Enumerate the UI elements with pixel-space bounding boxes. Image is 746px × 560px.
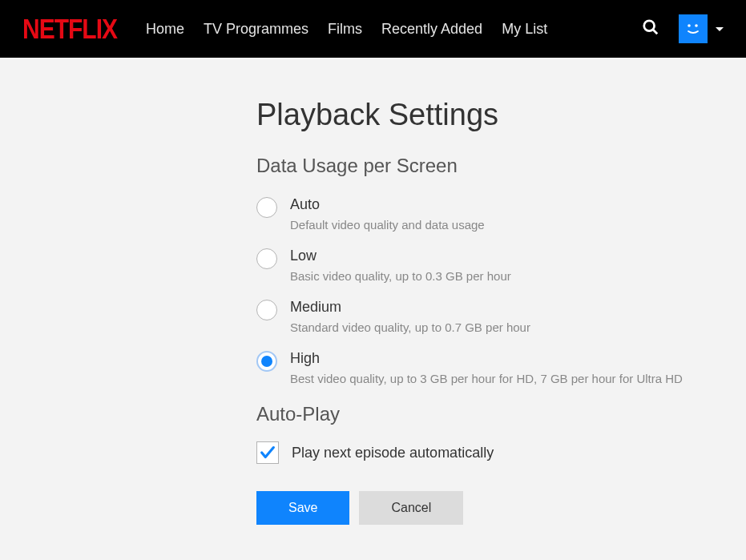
main-content: Playback Settings Data Usage per Screen … — [0, 58, 746, 525]
netflix-logo[interactable]: NETFLIX — [22, 13, 117, 44]
radio-option-high[interactable]: High Best video quality, up to 3 GB per … — [256, 350, 746, 385]
search-icon[interactable] — [642, 18, 659, 39]
button-row: Save Cancel — [256, 491, 746, 525]
radio-icon — [256, 248, 277, 269]
radio-label: High — [290, 350, 683, 367]
svg-point-3 — [695, 24, 698, 27]
radio-content: Medium Standard video quality, up to 0.7… — [290, 299, 530, 334]
nav-tv-programmes[interactable]: TV Programmes — [204, 21, 308, 38]
checkbox-icon-checked — [256, 441, 279, 464]
autoplay-label: Play next episode automatically — [292, 445, 494, 461]
radio-icon — [256, 197, 277, 218]
radio-option-medium[interactable]: Medium Standard video quality, up to 0.7… — [256, 299, 746, 334]
nav: Home TV Programmes Films Recently Added … — [146, 21, 642, 38]
radio-content: Low Basic video quality, up to 0.3 GB pe… — [290, 248, 511, 283]
svg-point-2 — [688, 24, 691, 27]
radio-description: Basic video quality, up to 0.3 GB per ho… — [290, 269, 511, 283]
page-title: Playback Settings — [256, 98, 746, 132]
radio-option-auto[interactable]: Auto Default video quality and data usag… — [256, 196, 746, 232]
radio-label: Low — [290, 248, 511, 264]
nav-my-list[interactable]: My List — [502, 21, 547, 38]
radio-description: Default video quality and data usage — [290, 218, 485, 232]
radio-option-low[interactable]: Low Basic video quality, up to 0.3 GB pe… — [256, 248, 746, 283]
radio-label: Auto — [290, 196, 485, 213]
radio-description: Standard video quality, up to 0.7 GB per… — [290, 320, 530, 334]
cancel-button[interactable]: Cancel — [359, 491, 463, 525]
radio-dot — [261, 356, 272, 367]
radio-label: Medium — [290, 299, 530, 316]
radio-icon — [256, 300, 277, 320]
header: NETFLIX Home TV Programmes Films Recentl… — [0, 0, 746, 58]
nav-recently-added[interactable]: Recently Added — [381, 21, 482, 38]
save-button[interactable]: Save — [256, 491, 349, 525]
svg-line-1 — [653, 30, 658, 34]
caret-down-icon — [716, 27, 724, 31]
data-usage-radio-group: Auto Default video quality and data usag… — [256, 196, 746, 385]
nav-films[interactable]: Films — [328, 21, 362, 38]
autoplay-title: Auto-Play — [256, 403, 746, 425]
autoplay-checkbox-row[interactable]: Play next episode automatically — [256, 441, 746, 464]
radio-description: Best video quality, up to 3 GB per hour … — [290, 372, 683, 385]
radio-content: Auto Default video quality and data usag… — [290, 196, 485, 232]
radio-content: High Best video quality, up to 3 GB per … — [290, 350, 683, 385]
radio-icon-selected — [256, 351, 277, 372]
svg-point-0 — [644, 21, 655, 31]
header-right — [642, 14, 724, 43]
data-usage-title: Data Usage per Screen — [256, 155, 746, 177]
profile-menu[interactable] — [679, 14, 724, 43]
avatar — [679, 14, 708, 43]
nav-home[interactable]: Home — [146, 21, 184, 38]
